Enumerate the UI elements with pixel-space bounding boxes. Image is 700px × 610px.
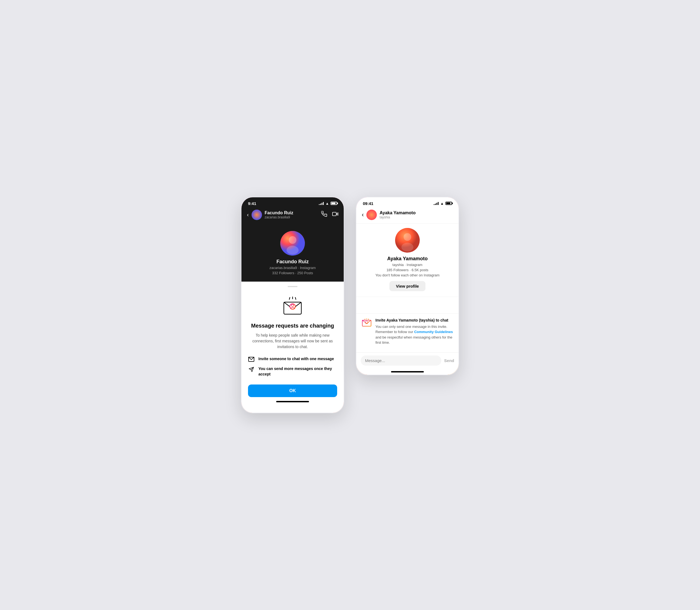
message-changing-title: Message requests are changing [251,322,334,329]
svg-line-11 [295,298,296,300]
battery-icon-left [331,202,337,205]
invite-section: Invite Ayaka Yamamoto (tayshia) to chat … [356,314,459,352]
invite-header: Invite Ayaka Yamamoto (tayshia) to chat … [362,318,453,346]
time-right: 09:41 [363,201,373,206]
feature-item-1: Invite someone to chat with one message [248,356,337,362]
svg-line-23 [368,319,369,320]
profile-section-right: Ayaka Yamamoto tayshia · Instagram 185 F… [356,224,459,297]
home-indicator-left [276,401,309,402]
view-profile-button[interactable]: View profile [389,281,426,291]
profile-avatar-large-left [280,231,305,256]
svg-marker-1 [336,213,338,215]
profile-meta-right: tayshia · Instagram [393,263,422,267]
status-bar-left: 9:41 ▲ [241,197,344,207]
profile-follow-info: You don't follow each other on Instagram [376,273,440,277]
feature-item-2: You can send more messages once they acc… [248,366,337,377]
status-icons-right: ▲ [434,202,452,206]
svg-point-18 [401,243,414,252]
header-info-left: Facundo Ruiz zacarias.brasilia9 [265,210,294,219]
signal-icon-left [319,202,324,205]
svg-point-4 [289,236,296,244]
svg-point-5 [286,246,299,255]
svg-point-15 [366,210,377,220]
chat-header-right: ‹ Ayaka Yama [356,207,459,224]
svg-point-0 [252,210,262,220]
time-left: 9:41 [248,201,256,206]
svg-rect-2 [333,212,336,216]
wifi-icon-right: ▲ [440,202,444,206]
message-changing-desc: To help keep people safe while making ne… [248,333,337,350]
svg-line-10 [289,298,290,300]
message-input-bar: Send [356,352,459,368]
chat-area-spacer [356,297,459,314]
header-avatar-right [366,210,377,220]
invite-text-block: Invite Ayaka Yamamoto (tayshia) to chat … [376,318,453,346]
phone-right: 09:41 ▲ ‹ [355,196,460,375]
video-call-icon[interactable] [332,211,338,219]
profile-name-right: Ayaka Yamamoto [387,256,428,262]
invite-title: Invite Ayaka Yamamoto (tayshia) to chat [376,318,453,322]
header-actions-left [321,211,338,219]
home-indicator-right [391,371,424,372]
invite-description: You can only send one message in this in… [376,324,453,346]
chat-header-right-section: ‹ Ayaka Yama [362,210,416,220]
invite-envelope-icon [362,318,372,328]
message-illustration [282,295,303,317]
header-info-right: Ayaka Yamamoto tayshia [380,210,416,219]
svg-line-22 [365,319,365,320]
profile-section-dark: Facundo Ruiz zacarias.brasilia9 · Instag… [241,225,344,282]
battery-icon-right [446,202,452,205]
feature-text-1: Invite someone to chat with one message [259,356,334,362]
phones-container: 9:41 ▲ ‹ [240,196,460,414]
phone-left: 9:41 ▲ ‹ [240,196,345,414]
send-icon [248,367,254,372]
header-name-left: Facundo Ruiz [265,210,294,215]
bottom-sheet: Message requests are changing To help ke… [241,282,344,413]
community-guidelines-link[interactable]: Community Guidelines [414,330,453,334]
send-button[interactable]: Send [444,358,454,363]
header-avatar-left [252,210,262,220]
signal-icon-right [434,202,438,205]
status-bar-right: 09:41 ▲ [356,197,459,207]
phone-call-icon[interactable] [321,211,327,219]
profile-meta-left: zacarias.brasilia9 · Instagram [269,266,316,270]
back-button-right[interactable]: ‹ [362,211,364,219]
sheet-handle [288,286,298,287]
envelope-icon [248,357,254,362]
feature-text-2: You can send more messages once they acc… [259,366,337,377]
chat-header-left: ‹ Facundo Ru [241,207,344,225]
header-name-right: Ayaka Yamamoto [380,210,416,215]
message-input[interactable] [361,355,441,366]
chat-header-left-section: ‹ Facundo Ru [247,210,294,220]
ok-button[interactable]: OK [248,385,337,397]
profile-stats-right: 185 Followers · 6.5K posts [386,268,428,272]
svg-point-17 [404,233,411,241]
profile-name-large-left: Facundo Ruiz [277,259,309,264]
header-username-left: zacarias.brasilia9 [265,215,294,219]
profile-stats-left: 332 Followers · 250 Posts [272,271,313,275]
profile-avatar-large-right [395,228,420,253]
wifi-icon-left: ▲ [326,202,329,206]
feature-list: Invite someone to chat with one message … [248,356,337,377]
status-icons-left: ▲ [319,202,337,206]
back-button-left[interactable]: ‹ [247,211,249,218]
header-username-right: tayshia [380,215,416,219]
invite-desc-end: and be respectful when messaging others … [376,335,452,345]
